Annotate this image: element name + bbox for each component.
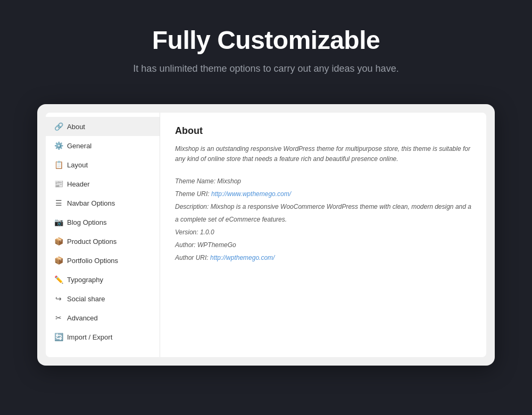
theme-details: Theme Name: Mixshop Theme URI: http://ww… <box>175 175 471 264</box>
sidebar-item-header[interactable]: 📰 Header <box>46 174 160 193</box>
theme-name: Theme Name: Mixshop <box>175 175 471 188</box>
sidebar-label-navbar: Navbar Options <box>67 199 115 207</box>
sidebar-label-import: Import / Export <box>67 333 112 341</box>
sidebar-label-layout: Layout <box>67 161 88 169</box>
sidebar-item-portfolio[interactable]: 📦 Portfolio Options <box>46 251 160 270</box>
sidebar: 🔗 About ⚙️ General 📋 Layout 📰 Header ☰ N… <box>46 113 160 357</box>
layout-icon: 📋 <box>54 160 63 169</box>
sidebar-label-blog: Blog Options <box>67 218 106 226</box>
sidebar-label-advanced: Advanced <box>67 314 98 322</box>
author-uri-link[interactable]: http://wpthemego.com/ <box>210 254 275 261</box>
product-icon: 📦 <box>54 237 63 245</box>
sidebar-item-advanced[interactable]: ✂ Advanced <box>46 308 160 327</box>
sidebar-label-portfolio: Portfolio Options <box>67 257 118 265</box>
link-icon: 🔗 <box>54 122 63 131</box>
wp-panel: 🔗 About ⚙️ General 📋 Layout 📰 Header ☰ N… <box>46 113 486 357</box>
about-description: Mixshop is an outstanding responsive Wor… <box>175 144 471 164</box>
main-content: About Mixshop is an outstanding responsi… <box>160 113 486 357</box>
ui-container: 🔗 About ⚙️ General 📋 Layout 📰 Header ☰ N… <box>37 104 495 366</box>
header-icon: 📰 <box>54 180 63 188</box>
sidebar-label-social: Social share <box>67 295 105 303</box>
portfolio-icon: 📦 <box>54 256 63 265</box>
theme-description: Description: Mixshop is a responsive Woo… <box>175 200 471 226</box>
sidebar-item-social[interactable]: ↪ Social share <box>46 289 160 308</box>
sidebar-item-general[interactable]: ⚙️ General <box>46 136 160 155</box>
theme-uri-label: Theme URI: <box>175 190 211 198</box>
sidebar-item-layout[interactable]: 📋 Layout <box>46 155 160 174</box>
content-title: About <box>175 125 471 137</box>
sidebar-item-import[interactable]: 🔄 Import / Export <box>46 327 160 346</box>
sidebar-label-product: Product Options <box>67 238 117 245</box>
author-uri: Author URI: http://wpthemego.com/ <box>175 251 471 264</box>
blog-icon: 📷 <box>54 218 63 226</box>
author-uri-label: Author URI: <box>175 254 210 261</box>
menu-icon: ☰ <box>54 199 63 207</box>
advanced-icon: ✂ <box>54 314 63 322</box>
sidebar-item-navbar[interactable]: ☰ Navbar Options <box>46 193 160 213</box>
sidebar-item-blog[interactable]: 📷 Blog Options <box>46 213 160 232</box>
subtitle: It has unlimited theme options to carry … <box>11 63 521 74</box>
social-icon: ↪ <box>54 294 63 303</box>
sidebar-label-header: Header <box>67 180 90 188</box>
theme-uri-link[interactable]: http://www.wpthemego.com/ <box>211 190 291 198</box>
main-title: Fully Customizable <box>11 26 521 55</box>
gear-icon: ⚙️ <box>54 141 63 150</box>
typography-icon: ✏️ <box>54 275 63 284</box>
sidebar-item-product[interactable]: 📦 Product Options <box>46 232 160 251</box>
sidebar-item-typography[interactable]: ✏️ Typography <box>46 270 160 289</box>
import-icon: 🔄 <box>54 333 63 341</box>
theme-version: Version: 1.0.0 <box>175 226 471 239</box>
sidebar-label-about: About <box>67 123 85 131</box>
sidebar-item-about[interactable]: 🔗 About <box>46 117 160 136</box>
sidebar-label-typography: Typography <box>67 276 103 284</box>
page-header: Fully Customizable It has unlimited them… <box>0 0 532 104</box>
theme-uri: Theme URI: http://www.wpthemego.com/ <box>175 188 471 200</box>
theme-author: Author: WPThemeGo <box>175 239 471 251</box>
sidebar-label-general: General <box>67 142 92 150</box>
